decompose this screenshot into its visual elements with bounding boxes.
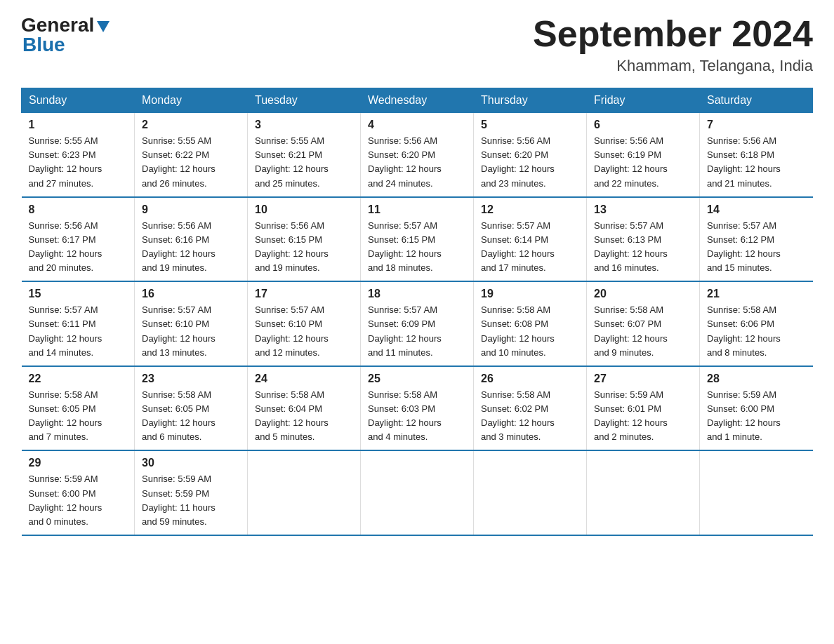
day-info: Sunrise: 5:57 AM Sunset: 6:10 PM Dayligh… [142,303,240,360]
calendar-day-cell: 24Sunrise: 5:58 AM Sunset: 6:04 PM Dayli… [248,366,361,451]
calendar-day-cell: 22Sunrise: 5:58 AM Sunset: 6:05 PM Dayli… [22,366,135,451]
day-number: 7 [707,119,806,131]
calendar-week-row: 1Sunrise: 5:55 AM Sunset: 6:23 PM Daylig… [22,113,813,197]
day-number: 24 [255,373,353,385]
day-number: 8 [29,203,128,216]
day-info: Sunrise: 5:58 AM Sunset: 6:05 PM Dayligh… [29,388,128,445]
day-info: Sunrise: 5:57 AM Sunset: 6:12 PM Dayligh… [707,219,806,276]
calendar-day-cell: 15Sunrise: 5:57 AM Sunset: 6:11 PM Dayli… [22,281,135,366]
calendar-day-cell: 17Sunrise: 5:57 AM Sunset: 6:10 PM Dayli… [248,281,361,366]
day-number: 26 [481,373,579,385]
day-of-week-header: Sunday [22,88,135,113]
day-info: Sunrise: 5:58 AM Sunset: 6:02 PM Dayligh… [481,388,579,445]
day-of-week-header: Saturday [700,88,813,113]
calendar-day-cell: 11Sunrise: 5:57 AM Sunset: 6:15 PM Dayli… [361,197,474,282]
day-info: Sunrise: 5:56 AM Sunset: 6:19 PM Dayligh… [594,134,692,191]
calendar-day-cell [248,450,361,535]
svg-marker-0 [97,21,110,32]
calendar-week-row: 29Sunrise: 5:59 AM Sunset: 6:00 PM Dayli… [22,450,813,535]
day-number: 17 [255,288,353,300]
day-number: 6 [594,119,692,131]
day-number: 13 [594,203,692,216]
day-of-week-header: Monday [135,88,248,113]
calendar-day-cell: 14Sunrise: 5:57 AM Sunset: 6:12 PM Dayli… [700,197,813,282]
day-number: 29 [29,457,128,469]
page-header: General Blue September 2024 Khammam, Tel… [21,14,813,75]
day-number: 16 [142,288,240,300]
day-number: 14 [707,203,806,216]
calendar-header-row: SundayMondayTuesdayWednesdayThursdayFrid… [22,88,813,113]
day-info: Sunrise: 5:58 AM Sunset: 6:03 PM Dayligh… [368,388,466,445]
calendar-day-cell [700,450,813,535]
calendar-day-cell [361,450,474,535]
day-number: 18 [368,288,466,300]
day-info: Sunrise: 5:59 AM Sunset: 6:01 PM Dayligh… [594,388,692,445]
calendar-day-cell: 18Sunrise: 5:57 AM Sunset: 6:09 PM Dayli… [361,281,474,366]
calendar-day-cell: 20Sunrise: 5:58 AM Sunset: 6:07 PM Dayli… [587,281,700,366]
day-info: Sunrise: 5:58 AM Sunset: 6:06 PM Dayligh… [707,303,806,360]
day-number: 15 [29,288,128,300]
calendar-day-cell: 10Sunrise: 5:56 AM Sunset: 6:15 PM Dayli… [248,197,361,282]
calendar-day-cell: 9Sunrise: 5:56 AM Sunset: 6:16 PM Daylig… [135,197,248,282]
day-of-week-header: Friday [587,88,700,113]
calendar-day-cell: 25Sunrise: 5:58 AM Sunset: 6:03 PM Dayli… [361,366,474,451]
day-info: Sunrise: 5:55 AM Sunset: 6:21 PM Dayligh… [255,134,353,191]
calendar-title: September 2024 [533,14,813,54]
day-info: Sunrise: 5:55 AM Sunset: 6:23 PM Dayligh… [29,134,128,191]
day-info: Sunrise: 5:57 AM Sunset: 6:15 PM Dayligh… [368,219,466,276]
calendar-week-row: 15Sunrise: 5:57 AM Sunset: 6:11 PM Dayli… [22,281,813,366]
day-number: 12 [481,203,579,216]
day-number: 25 [368,373,466,385]
day-of-week-header: Thursday [474,88,587,113]
calendar-week-row: 8Sunrise: 5:56 AM Sunset: 6:17 PM Daylig… [22,197,813,282]
calendar-day-cell [474,450,587,535]
day-info: Sunrise: 5:56 AM Sunset: 6:16 PM Dayligh… [142,219,240,276]
day-info: Sunrise: 5:57 AM Sunset: 6:13 PM Dayligh… [594,219,692,276]
day-info: Sunrise: 5:58 AM Sunset: 6:08 PM Dayligh… [481,303,579,360]
day-info: Sunrise: 5:56 AM Sunset: 6:15 PM Dayligh… [255,219,353,276]
day-info: Sunrise: 5:55 AM Sunset: 6:22 PM Dayligh… [142,134,240,191]
calendar-day-cell: 27Sunrise: 5:59 AM Sunset: 6:01 PM Dayli… [587,366,700,451]
day-info: Sunrise: 5:56 AM Sunset: 6:17 PM Dayligh… [29,219,128,276]
calendar-day-cell: 30Sunrise: 5:59 AM Sunset: 5:59 PM Dayli… [135,450,248,535]
day-number: 20 [594,288,692,300]
calendar-day-cell: 4Sunrise: 5:56 AM Sunset: 6:20 PM Daylig… [361,113,474,197]
calendar-day-cell: 3Sunrise: 5:55 AM Sunset: 6:21 PM Daylig… [248,113,361,197]
day-number: 3 [255,119,353,131]
calendar-day-cell: 2Sunrise: 5:55 AM Sunset: 6:22 PM Daylig… [135,113,248,197]
day-number: 23 [142,373,240,385]
calendar-subtitle: Khammam, Telangana, India [533,57,813,75]
calendar-day-cell: 12Sunrise: 5:57 AM Sunset: 6:14 PM Dayli… [474,197,587,282]
day-number: 2 [142,119,240,131]
day-number: 22 [29,373,128,385]
calendar-day-cell: 6Sunrise: 5:56 AM Sunset: 6:19 PM Daylig… [587,113,700,197]
logo-triangle-icon [95,18,111,34]
day-info: Sunrise: 5:58 AM Sunset: 6:04 PM Dayligh… [255,388,353,445]
day-info: Sunrise: 5:57 AM Sunset: 6:14 PM Dayligh… [481,219,579,276]
logo: General Blue [21,14,111,56]
calendar-day-cell: 19Sunrise: 5:58 AM Sunset: 6:08 PM Dayli… [474,281,587,366]
calendar-day-cell: 13Sunrise: 5:57 AM Sunset: 6:13 PM Dayli… [587,197,700,282]
day-number: 4 [368,119,466,131]
calendar-day-cell: 5Sunrise: 5:56 AM Sunset: 6:20 PM Daylig… [474,113,587,197]
day-number: 5 [481,119,579,131]
day-number: 1 [29,119,128,131]
day-info: Sunrise: 5:56 AM Sunset: 6:18 PM Dayligh… [707,134,806,191]
day-info: Sunrise: 5:57 AM Sunset: 6:10 PM Dayligh… [255,303,353,360]
calendar-day-cell: 21Sunrise: 5:58 AM Sunset: 6:06 PM Dayli… [700,281,813,366]
day-info: Sunrise: 5:57 AM Sunset: 6:11 PM Dayligh… [29,303,128,360]
day-number: 19 [481,288,579,300]
day-info: Sunrise: 5:56 AM Sunset: 6:20 PM Dayligh… [481,134,579,191]
day-info: Sunrise: 5:57 AM Sunset: 6:09 PM Dayligh… [368,303,466,360]
logo-blue-text: Blue [22,34,65,56]
day-number: 27 [594,373,692,385]
day-info: Sunrise: 5:59 AM Sunset: 6:00 PM Dayligh… [707,388,806,445]
day-of-week-header: Tuesday [248,88,361,113]
title-block: September 2024 Khammam, Telangana, India [533,14,813,75]
day-number: 11 [368,203,466,216]
day-number: 10 [255,203,353,216]
day-number: 21 [707,288,806,300]
day-number: 30 [142,457,240,469]
calendar-day-cell: 16Sunrise: 5:57 AM Sunset: 6:10 PM Dayli… [135,281,248,366]
day-info: Sunrise: 5:58 AM Sunset: 6:05 PM Dayligh… [142,388,240,445]
